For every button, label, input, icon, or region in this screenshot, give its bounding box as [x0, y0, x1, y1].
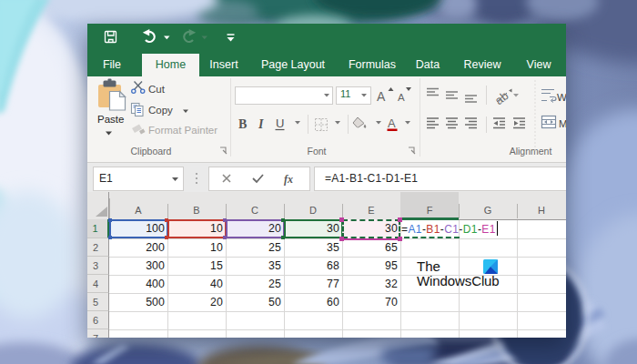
svg-text:A: A — [388, 116, 396, 130]
svg-text:A: A — [398, 92, 405, 103]
svg-text:I: I — [258, 117, 264, 131]
svg-text:A: A — [377, 89, 386, 104]
svg-text:B: B — [238, 117, 247, 131]
svg-text:U: U — [276, 116, 284, 130]
svg-text:M: M — [559, 118, 566, 129]
svg-text:fx: fx — [284, 173, 293, 186]
svg-text:W: W — [557, 92, 566, 103]
